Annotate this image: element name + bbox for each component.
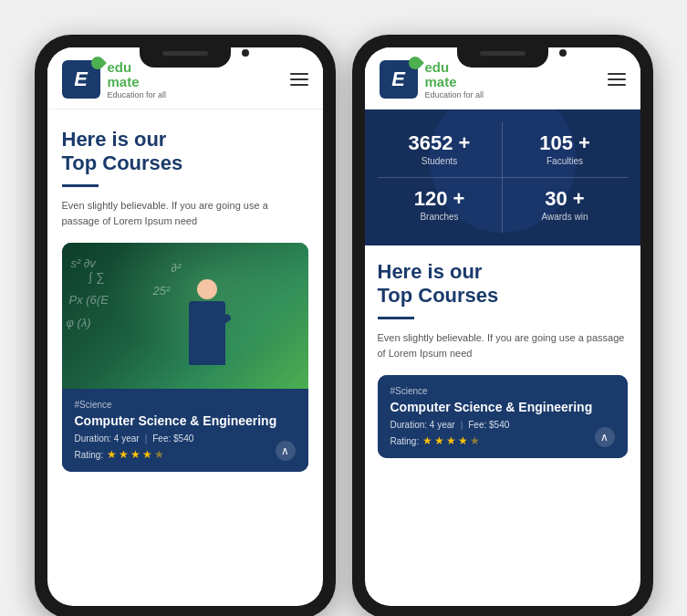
logo-letter-right: E (391, 69, 405, 89)
course-tag-right: #Science (390, 386, 615, 396)
stat-branches-label: Branches (385, 212, 494, 222)
right-phone-screen: E edu mate Education for all (365, 47, 640, 606)
course-card-left[interactable]: s² ∂v ∫ ∑ Px (6(E φ (λ) ∂² 25² (62, 243, 308, 472)
course-title-right: Computer Science & Engineering (390, 400, 615, 414)
stat-faculties: 105 + Faculties (503, 122, 628, 178)
logo-tagline: Education for all (108, 90, 167, 99)
leaf-icon (88, 54, 107, 72)
course-info-left: #Science Computer Science & Engineering … (62, 389, 308, 472)
chevron-up-icon-right[interactable]: ∧ (595, 427, 615, 447)
stat-faculties-number: 105 + (510, 133, 620, 153)
stat-branches: 120 + Branches (378, 178, 503, 233)
hamburger-menu[interactable] (290, 73, 308, 86)
course-card-right[interactable]: #Science Computer Science & Engineering … (378, 375, 628, 458)
logo-icon: E (62, 60, 100, 99)
stat-students-label: Students (385, 156, 494, 166)
course-meta-left: Duration: 4 year | Fee: $540 (75, 433, 296, 444)
course-meta-right: Duration: 4 year | Fee: $540 (390, 420, 615, 430)
hamburger-menu-right[interactable] (608, 73, 626, 86)
logo-tagline-right: Education for all (425, 90, 484, 99)
left-phone: E edu mate Education for all (35, 35, 336, 617)
course-rating-left: Rating: ★ ★ ★ ★ ★ (75, 448, 296, 461)
person-at-board (180, 279, 234, 389)
phone-speaker (162, 51, 208, 56)
hero-title-right: Here is our Top Courses (378, 260, 628, 308)
stat-awards-label: Awards win (510, 212, 620, 222)
hero-description-left: Even slightly believable. If you are goi… (62, 198, 308, 228)
logo-icon-right: E (380, 60, 418, 99)
phone-camera-right (559, 49, 567, 57)
hero-description-right: Even slightly believable. If you are goi… (378, 330, 628, 360)
left-phone-screen: E edu mate Education for all (47, 47, 323, 606)
right-content-area: Here is our Top Courses Even slightly be… (365, 245, 640, 606)
stars-right: ★ ★ ★ ★ ★ (422, 434, 480, 447)
stat-awards: 30 + Awards win (503, 178, 628, 233)
left-hero-area: Here is our Top Courses Even slightly be… (47, 110, 323, 606)
phone-camera (242, 49, 249, 57)
phone-speaker-right (480, 51, 526, 56)
stars-left: ★ ★ ★ ★ ★ (107, 448, 164, 461)
course-title-left: Computer Science & Engineering (75, 413, 296, 428)
stat-faculties-label: Faculties (510, 156, 620, 166)
course-tag-left: #Science (75, 400, 296, 410)
stat-students: 3652 + Students (378, 122, 503, 178)
stats-panel: 3652 + Students 105 + Faculties 120 + Br… (365, 110, 640, 245)
course-info-right: #Science Computer Science & Engineering … (378, 375, 628, 458)
stat-branches-number: 120 + (385, 189, 494, 209)
right-phone: E edu mate Education for all (352, 35, 653, 617)
stat-students-number: 3652 + (385, 133, 494, 153)
course-image-left: s² ∂v ∫ ∑ Px (6(E φ (λ) ∂² 25² (62, 243, 308, 389)
logo-letter: E (74, 69, 88, 89)
chevron-up-icon-left[interactable]: ∧ (276, 441, 296, 461)
hero-divider-right (378, 317, 414, 319)
hero-divider (62, 184, 99, 187)
stat-awards-number: 30 + (510, 189, 620, 209)
course-rating-right: Rating: ★ ★ ★ ★ ★ (390, 434, 615, 447)
left-screen-content: Here is our Top Courses Even slightly be… (47, 110, 323, 606)
hero-title-left: Here is our Top Courses (62, 128, 308, 176)
page-container: E edu mate Education for all (18, 18, 669, 616)
leaf-icon-right (406, 54, 424, 72)
